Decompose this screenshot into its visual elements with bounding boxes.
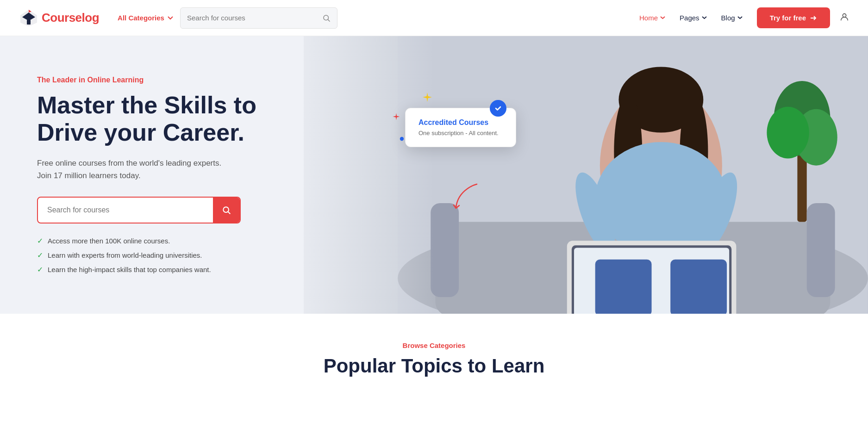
navbar: Courselog All Categories Home Pages Blog…: [0, 0, 868, 36]
search-icon: [322, 14, 331, 22]
sparkle-red-icon: [392, 112, 400, 121]
hero-search-input[interactable]: [38, 206, 213, 214]
nav-pages[interactable]: Pages: [675, 10, 712, 25]
svg-point-26: [767, 107, 809, 159]
svg-rect-21: [595, 260, 652, 314]
all-categories-dropdown[interactable]: All Categories: [118, 14, 174, 22]
browse-categories-section: Browse Categories Popular Topics to Lear…: [0, 314, 868, 396]
logo-icon: [19, 8, 39, 28]
svg-point-30: [223, 207, 229, 213]
hero-section: The Leader in Online Learning Master the…: [0, 36, 868, 314]
nav-blog[interactable]: Blog: [717, 10, 748, 25]
check-icon-2: ✓: [37, 251, 43, 260]
hero-subtitle: Free online courses from the world's lea…: [37, 157, 397, 182]
hero-check-item-2: ✓ Learn with experts from world-leading …: [37, 251, 397, 260]
svg-line-31: [228, 212, 231, 214]
chevron-down-icon: [660, 15, 666, 21]
svg-rect-1: [27, 20, 31, 25]
browse-title: Popular Topics to Learn: [19, 355, 849, 377]
accredited-title: Accredited Courses: [418, 118, 503, 127]
hero-checklist: ✓ Access more then 100K online courses. …: [37, 236, 397, 274]
accredited-card: Accredited Courses One subscription - Al…: [405, 108, 516, 147]
chevron-down-icon: [701, 15, 707, 21]
svg-rect-22: [670, 260, 727, 314]
arrow-right-icon: [810, 14, 817, 22]
accredited-subtitle: One subscription - All content.: [418, 130, 503, 137]
svg-rect-27: [431, 203, 459, 297]
hero-search-bar[interactable]: [37, 197, 241, 223]
logo[interactable]: Courselog: [19, 8, 99, 28]
svg-line-3: [328, 19, 330, 21]
hero-content: The Leader in Online Learning Master the…: [0, 36, 434, 314]
check-icon-3: ✓: [37, 265, 43, 274]
check-icon-1: ✓: [37, 236, 43, 245]
arrow-decoration-icon: [449, 180, 486, 217]
hero-search-button[interactable]: [213, 198, 240, 223]
svg-point-32: [400, 137, 404, 141]
sparkle-blue-icon: [399, 136, 405, 142]
chevron-down-icon: [737, 15, 743, 21]
hero-title: Master the Skills to Drive your Career.: [37, 92, 397, 147]
svg-point-5: [843, 13, 846, 17]
navbar-search[interactable]: [180, 7, 337, 29]
svg-point-2: [324, 15, 329, 20]
sparkle-gold-icon: [422, 92, 433, 103]
accredited-check-icon: [490, 100, 506, 117]
navbar-search-input[interactable]: [187, 14, 318, 22]
search-icon: [222, 205, 231, 215]
hero-check-item-3: ✓ Learn the high-impact skills that top …: [37, 265, 397, 274]
nav-home[interactable]: Home: [635, 10, 670, 25]
hero-check-item-1: ✓ Access more then 100K online courses.: [37, 236, 397, 245]
user-account-icon[interactable]: [839, 12, 849, 24]
try-for-free-button[interactable]: Try for free: [757, 7, 830, 28]
hero-tagline: The Leader in Online Learning: [37, 76, 397, 84]
browse-label: Browse Categories: [19, 341, 849, 349]
nav-links: Home Pages Blog: [635, 10, 748, 25]
svg-rect-28: [807, 203, 835, 297]
chevron-down-icon: [167, 15, 174, 21]
